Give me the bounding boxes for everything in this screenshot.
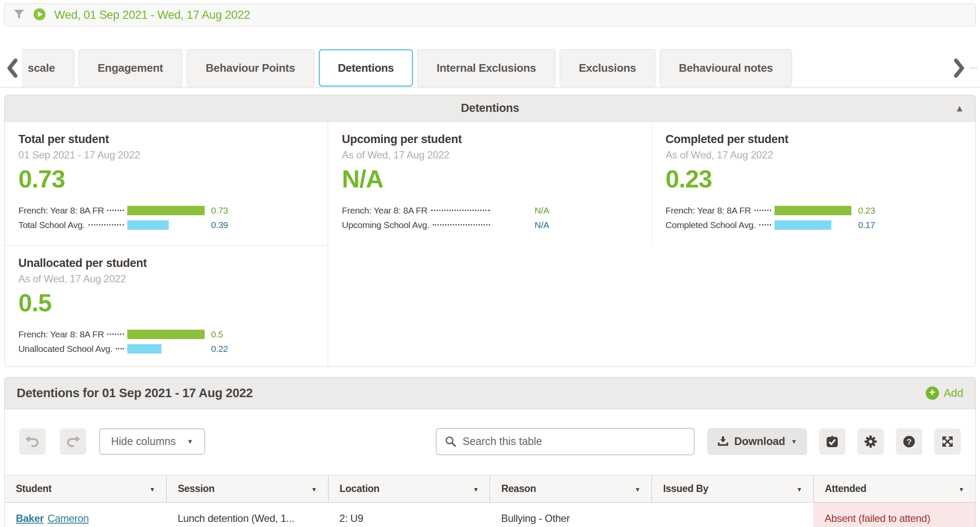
column-header-session[interactable]: Session▼ — [167, 475, 329, 502]
svg-text:?: ? — [907, 437, 912, 446]
tab-scale[interactable]: scale — [22, 49, 74, 87]
tabs-scroll-left-button[interactable] — [3, 59, 22, 78]
column-header-reason[interactable]: Reason▼ — [490, 475, 652, 502]
tab-exclusions[interactable]: Exclusions — [560, 49, 655, 87]
tab-detentions[interactable]: Detentions — [319, 49, 413, 87]
tab-label: Internal Exclusions — [437, 61, 536, 75]
stat-row: Upcoming School Avg. N/A — [342, 218, 557, 232]
class-bar — [127, 330, 205, 339]
column-label: Location — [340, 483, 379, 494]
tab-label: Behavioural notes — [679, 61, 773, 75]
stat-value: N/A — [532, 205, 557, 216]
undo-button[interactable] — [19, 428, 46, 455]
sort-caret-icon: ▼ — [796, 486, 802, 493]
help-button[interactable]: ? — [896, 428, 922, 455]
stat-value: 0.23 — [856, 205, 881, 216]
dotted-leader — [116, 348, 124, 349]
sort-caret-icon: ▼ — [473, 486, 479, 493]
tab-engagement[interactable]: Engagement — [79, 49, 182, 87]
expand-arrows-icon — [940, 434, 955, 449]
table-header-row: Student▼ Session▼ Location▼ Reason▼ Issu… — [5, 475, 975, 502]
caret-down-icon: ▼ — [791, 438, 797, 445]
tab-bar: scale Engagement Behaviour Points Detent… — [0, 49, 980, 88]
stat-bar-chart — [127, 329, 208, 340]
add-detention-button[interactable]: + Add — [926, 386, 963, 400]
stat-value: 0.17 — [856, 220, 881, 230]
detentions-table: Student▼ Session▼ Location▼ Reason▼ Issu… — [5, 475, 975, 527]
stat-bar-chart — [127, 205, 208, 216]
card-subtitle: As of Wed, 17 Aug 2022 — [666, 149, 962, 161]
select-rows-button[interactable] — [819, 428, 845, 455]
download-label: Download — [734, 435, 785, 448]
table-settings-button[interactable] — [857, 428, 884, 455]
collapse-up-icon: ▲ — [955, 103, 964, 114]
hide-columns-dropdown[interactable]: Hide columns ▼ — [99, 428, 205, 455]
column-label: Session — [178, 483, 214, 494]
download-icon — [717, 436, 729, 447]
dotted-leader — [88, 224, 124, 225]
download-dropdown[interactable]: Download ▼ — [707, 428, 807, 455]
stat-label: Unallocated School Avg. — [18, 344, 112, 354]
sort-caret-icon: ▼ — [311, 486, 317, 493]
school-avg-bar — [775, 220, 831, 230]
cell-student: BakerCameron — [5, 502, 167, 527]
stat-bar-chart — [127, 220, 208, 230]
tab-label: Behaviour Points — [206, 61, 295, 75]
card-big-value: 0.73 — [18, 166, 314, 192]
panel-header: Detentions ▲ — [5, 95, 975, 122]
collapse-panel-button[interactable]: ▲ — [955, 95, 964, 122]
stat-bar-chart — [127, 344, 208, 354]
date-range-filter[interactable]: Wed, 01 Sep 2021 - Wed, 17 Aug 2022 — [54, 9, 250, 22]
school-avg-bar — [127, 220, 169, 230]
stat-label: Upcoming School Avg. — [342, 220, 429, 230]
cell-location: 2: U9 — [328, 502, 490, 527]
caret-down-icon: ▼ — [187, 438, 193, 445]
tab-internal-exclusions[interactable]: Internal Exclusions — [417, 49, 555, 87]
card-title: Completed per student — [666, 133, 962, 146]
chevron-right-icon — [954, 59, 965, 78]
student-link[interactable]: BakerCameron — [16, 512, 89, 524]
filter-funnel-icon[interactable] — [13, 9, 25, 22]
stat-label: French: Year 8: 8A FR — [18, 329, 104, 340]
checkbox-check-icon — [825, 435, 839, 448]
gear-icon — [863, 434, 878, 449]
cell-reason: Bullying - Other — [490, 502, 652, 527]
table-search-box[interactable] — [436, 428, 695, 455]
filter-bar[interactable]: Wed, 01 Sep 2021 - Wed, 17 Aug 2022 — [4, 3, 976, 26]
sort-caret-icon: ▼ — [635, 486, 641, 493]
card-big-value: N/A — [342, 166, 637, 192]
column-header-student[interactable]: Student▼ — [5, 475, 167, 502]
card-subtitle: As of Wed, 17 Aug 2022 — [342, 149, 637, 161]
hide-columns-label: Hide columns — [111, 435, 176, 448]
column-header-location[interactable]: Location▼ — [328, 475, 490, 502]
stat-bar-chart — [775, 220, 856, 230]
column-header-issued-by[interactable]: Issued By▼ — [652, 475, 814, 502]
dotted-leader — [107, 334, 124, 335]
stat-value: N/A — [532, 220, 557, 230]
card-big-value: 0.5 — [18, 290, 314, 316]
stat-label: French: Year 8: 8A FR — [666, 205, 751, 216]
fullscreen-button[interactable] — [934, 428, 961, 455]
sort-caret-icon: ▼ — [150, 486, 156, 493]
tab-label: Exclusions — [579, 61, 636, 75]
stat-row: French: Year 8: 8A FR 0.23 — [666, 203, 881, 218]
dotted-leader — [433, 224, 490, 225]
card-total-per-student: Total per student 01 Sep 2021 - 17 Aug 2… — [5, 122, 328, 246]
column-header-attended[interactable]: Attended▼ — [813, 475, 975, 502]
search-input[interactable] — [463, 435, 686, 448]
detentions-stats-panel: Detentions ▲ Total per student 01 Sep 20… — [4, 95, 976, 367]
plus-circle-icon: + — [926, 386, 939, 400]
tab-behaviour-points[interactable]: Behaviour Points — [187, 49, 314, 87]
stat-bar-chart — [493, 220, 532, 230]
card-title: Upcoming per student — [342, 133, 637, 146]
class-bar — [775, 206, 852, 215]
tabs-scroll-right-button[interactable] — [950, 59, 969, 78]
tab-partial[interactable] — [970, 67, 977, 68]
stats-cards-grid: Total per student 01 Sep 2021 - 17 Aug 2… — [5, 122, 975, 366]
play-icon[interactable] — [33, 8, 46, 22]
panel-title: Detentions — [461, 102, 519, 115]
redo-icon — [65, 434, 81, 449]
redo-button[interactable] — [60, 428, 86, 455]
tab-behavioural-notes[interactable]: Behavioural notes — [660, 49, 792, 87]
stat-label: Completed School Avg. — [666, 220, 756, 230]
